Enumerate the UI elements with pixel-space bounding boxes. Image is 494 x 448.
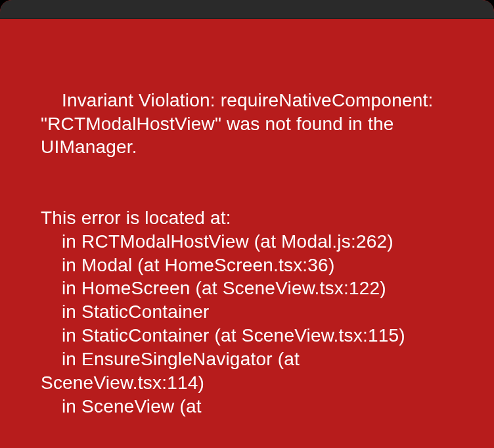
error-stack: in RCTModalHostView (at Modal.js:262) in…	[41, 230, 453, 418]
stack-frame: in EnsureSingleNavigator (at SceneView.t…	[41, 347, 453, 395]
stack-frame: in StaticContainer	[41, 300, 453, 324]
stack-frame: in Modal (at HomeScreen.tsx:36)	[41, 254, 453, 277]
window-titlebar[interactable]	[0, 0, 494, 19]
error-located-heading: This error is located at:	[41, 208, 231, 228]
error-window: Invariant Violation: requireNativeCompon…	[0, 0, 494, 448]
error-message: Invariant Violation: requireNativeCompon…	[41, 90, 438, 158]
error-redbox: Invariant Violation: requireNativeCompon…	[0, 19, 494, 448]
stack-frame: in StaticContainer (at SceneView.tsx:115…	[41, 324, 453, 347]
stack-frame: in HomeScreen (at SceneView.tsx:122)	[41, 277, 453, 300]
stack-frame: in RCTModalHostView (at Modal.js:262)	[41, 230, 453, 254]
stack-frame: in SceneView (at	[41, 395, 453, 418]
